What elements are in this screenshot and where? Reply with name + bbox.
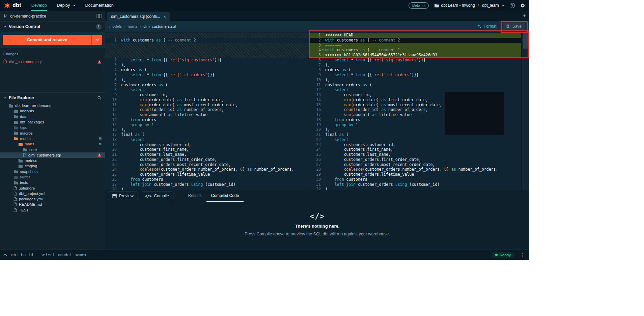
diff-spacer — [105, 33, 309, 38]
nav-documentation[interactable]: Documentation — [85, 0, 114, 11]
tree-item[interactable]: dbt_project.yml — [0, 191, 105, 196]
code-line: 21 customers.last_name, — [105, 152, 309, 157]
dbt-cloud-ide: dbt Develop Deploy Documentation Beta db… — [0, 0, 529, 260]
code-line: 17final as ( — [105, 132, 309, 137]
scrollbar-thumb[interactable] — [523, 33, 528, 49]
gear-icon[interactable] — [520, 3, 525, 8]
new-tab-icon[interactable]: + — [523, 13, 526, 19]
sparkles-icon — [477, 24, 482, 29]
code-line: 14 from orders — [105, 117, 309, 122]
breadcrumb-item[interactable]: dim_customers.sql — [143, 24, 176, 28]
compile-button[interactable]: </> Compile — [141, 192, 173, 200]
folder-icon — [13, 109, 18, 113]
preview-button[interactable]: Preview — [108, 192, 138, 200]
tree-item[interactable]: analysis — [0, 108, 105, 114]
tree-item[interactable]: logs — [0, 125, 105, 130]
close-icon[interactable]: × — [163, 14, 166, 19]
code-line: 24 coalesce(customer_orders.number_of_or… — [105, 167, 309, 172]
folder-icon — [13, 131, 18, 135]
code-line: 12 count(order_id) as number_of_orders, — [105, 107, 309, 112]
editor-tab[interactable]: dim_customers.sql (confli... × — [107, 12, 170, 21]
tree-item[interactable]: dbt_packages — [0, 119, 105, 125]
tree-item[interactable]: metrics — [0, 158, 105, 163]
kebab-menu-icon[interactable]: ⋮ — [519, 252, 526, 258]
format-button[interactable]: Format — [477, 24, 497, 29]
screenshot-canvas: dbt Develop Deploy Documentation Beta db… — [0, 0, 644, 316]
folder-icon — [13, 181, 18, 184]
code-line: 23 customer_orders.most_recent_order_dat… — [105, 162, 309, 167]
file-explorer-header[interactable]: File Explorer — [0, 93, 105, 103]
project-name: dbt_learn — [482, 3, 499, 8]
folder-icon — [13, 120, 18, 124]
folder-open-icon — [18, 142, 23, 146]
code-line: 13 sum(amount) as lifetime_value — [105, 112, 309, 117]
code-line: 7customer_orders as ( — [105, 83, 309, 88]
tree-item[interactable]: TEST — [0, 207, 105, 213]
breadcrumb-item[interactable]: marts — [128, 24, 138, 28]
breadcrumb-item[interactable]: models — [109, 24, 122, 28]
commit-and-resolve-button[interactable]: Commit and resolve — [3, 35, 102, 45]
chevron-down-icon — [501, 5, 504, 6]
command-input[interactable]: dbt build --select <model_name> — [11, 253, 487, 257]
code-line: 19 customers.customer_id, — [105, 142, 309, 147]
diff-spacer — [105, 43, 309, 58]
nav-develop[interactable]: Develop — [31, 0, 47, 11]
empty-state-subtitle: Press Compile above to preview the SQL d… — [245, 232, 390, 236]
tree-item[interactable]: packages.yml — [0, 196, 105, 202]
file-icon — [13, 202, 17, 206]
code-line: 18 select — [105, 137, 309, 142]
tree-item[interactable]: README.md — [0, 202, 105, 207]
tree-item[interactable]: modelsM — [0, 136, 105, 141]
tree-item[interactable]: data — [0, 114, 105, 119]
dbt-logo[interactable]: dbt — [4, 0, 21, 11]
modified-badge: M — [99, 137, 102, 141]
code-line: 8orders as ( — [309, 67, 521, 73]
account-project-switcher[interactable]: dbt Learn - mwong / dbt_learn — [434, 3, 504, 8]
file-icon — [13, 192, 17, 196]
code-editor-left[interactable]: 1with customers as ( -- comment 22 selec… — [105, 32, 309, 190]
chevron-up-icon[interactable] — [3, 254, 7, 256]
save-button[interactable]: Save — [503, 22, 525, 30]
code-line: 11customer_orders as ( — [309, 83, 521, 88]
tree-item[interactable]: tests — [0, 180, 105, 185]
file-icon — [13, 197, 17, 201]
git-branch-row[interactable]: on-demand-practice — [0, 11, 105, 22]
commit-area: Commit and resolve — [0, 32, 105, 48]
help-icon[interactable]: ? — [510, 3, 515, 8]
tree-item[interactable]: staging — [0, 163, 105, 169]
changed-file[interactable]: dim_customers.sql — [0, 58, 105, 65]
tab-compiled-code[interactable]: Compiled Code — [206, 190, 244, 202]
split-view-icon[interactable] — [96, 14, 102, 18]
code-line: 3+======= — [309, 43, 521, 48]
code-line: 7), — [309, 63, 521, 68]
tree-item[interactable]: dbt-learn-on-demand — [0, 103, 105, 108]
version-control-header[interactable]: Version Control 1 — [0, 22, 105, 32]
nav-deploy[interactable]: Deploy — [57, 0, 75, 11]
code-icon-large: </> — [310, 212, 325, 221]
tree-item[interactable]: core — [0, 147, 105, 152]
editor-actions: Format Save — [477, 22, 525, 30]
tree-item[interactable]: martsM — [0, 141, 105, 147]
tree-item[interactable]: dim_customers.sql — [0, 152, 105, 158]
tree-item[interactable]: .gitignore — [0, 185, 105, 191]
top-nav: dbt Develop Deploy Documentation Beta db… — [0, 0, 529, 11]
tab-results[interactable]: Results — [184, 190, 206, 202]
commit-dropdown-caret[interactable] — [91, 35, 102, 45]
primary-nav: Develop Deploy Documentation — [31, 0, 124, 11]
tree-item[interactable]: snapshots — [0, 169, 105, 174]
code-line: 10 min(order_date) as first_order_date, — [105, 97, 309, 103]
code-line: 3), — [105, 63, 309, 68]
beta-badge[interactable]: Beta — [409, 2, 429, 9]
chevron-down-icon — [3, 26, 6, 28]
code-line: 8 select — [105, 87, 309, 92]
tree-item[interactable]: target — [0, 174, 105, 180]
folder-icon — [23, 148, 27, 151]
compiled-code-empty-state: </> There's nothing here. Press Compile … — [105, 202, 529, 250]
editor-panes: 1with customers as ( -- comment 22 selec… — [105, 32, 529, 190]
file-icon — [13, 186, 17, 190]
folder-icon — [13, 126, 18, 130]
search-icon[interactable] — [97, 96, 102, 100]
status-text: Ready — [500, 253, 511, 257]
changes-label: Changes — [0, 48, 105, 58]
tree-item[interactable]: macros — [0, 130, 105, 136]
